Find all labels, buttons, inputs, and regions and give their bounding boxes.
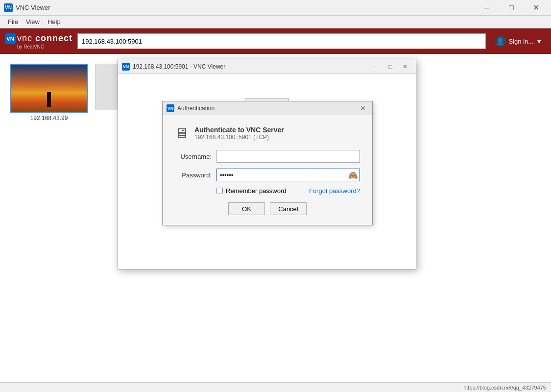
thumbnail-image-1 [10,64,88,113]
vnc-outer-body: VN Authentication ✕ 🖥 Authenticate to VN… [118,74,416,122]
window-controls: – □ ✕ [476,0,547,16]
status-url: https://blog.csdn.net/qq_43279475 [463,385,546,391]
toggle-password-button[interactable]: 🙈 [348,171,358,180]
window-title: VNC Viewer [16,4,476,11]
toolbar: VN vnc connect by RealVNC 👤 Sign in... ▼ [0,28,551,54]
thumbnail-item[interactable]: 192.168.43.99 [10,64,88,122]
signin-label: Sign in... [509,38,534,45]
title-bar: VN VNC Viewer – □ ✕ [0,0,551,16]
vnc-outer-titlebar: VN 192.168.43.100:5901 - VNC Viewer – □ … [118,59,416,74]
remember-left: Remember password [216,187,287,195]
remember-label: Remember password [226,187,287,195]
vnc-outer-icon: VN [122,63,130,71]
status-bar: https://blog.csdn.net/qq_43279475 [0,382,551,392]
vnc-outer-title: 192.168.43.100:5901 - VNC Viewer [133,63,366,70]
maximize-button[interactable]: □ [500,0,523,16]
vnc-by-text: by RealVNC [17,44,44,49]
vnc-outer-minimize[interactable]: – [369,61,383,72]
forgot-password-link[interactable]: Forgot password? [309,187,360,195]
signin-dropdown-icon: ▼ [536,38,542,45]
auth-title: Authentication [177,105,355,112]
monitor-icon: 🖥 [175,125,189,141]
app-icon: VN [4,3,13,12]
auth-icon: VN [167,104,174,112]
remember-checkbox[interactable] [216,188,223,194]
auth-dialog: VN Authentication ✕ 🖥 Authenticate to VN… [162,101,373,225]
menu-view[interactable]: View [22,17,44,26]
user-icon: 👤 [495,35,506,47]
sunset-scene [11,65,87,112]
remember-row: Remember password Forgot password? [175,187,360,195]
auth-titlebar: VN Authentication ✕ [163,101,372,115]
auth-title-text: Authenticate to VNC Server 192.168.43.10… [194,126,284,141]
vnc-outer-close[interactable]: ✕ [398,61,412,72]
password-row: Password: 🙈 [175,169,360,181]
menu-bar: File View Help [0,16,551,28]
username-input[interactable] [216,150,360,163]
username-label: Username: [175,153,212,160]
auth-header-subtitle: 192.168.43.100::5901 (TCP) [194,134,284,141]
auth-header-title: Authenticate to VNC Server [194,126,284,134]
auth-header: 🖥 Authenticate to VNC Server 192.168.43.… [175,125,360,141]
vnc-outer-controls: – □ ✕ [369,61,412,72]
password-label: Password: [175,172,212,179]
password-wrapper: 🙈 [216,169,360,181]
password-input[interactable] [216,169,360,181]
close-button[interactable]: ✕ [525,0,547,16]
auth-close-button[interactable]: ✕ [358,103,368,113]
auth-body: 🖥 Authenticate to VNC Server 192.168.43.… [163,115,372,225]
vnc-connect-text: vnc connect [17,33,72,44]
vnc-outer-dialog: VN 192.168.43.100:5901 - VNC Viewer – □ … [118,59,416,270]
main-content: 192.168.43.99 192.1 VN 192.168.43.100:59… [0,54,551,392]
vnc-logo-icon: VN [5,33,16,44]
temple-silhouette [47,92,51,107]
eye-slash-icon: 🙈 [348,171,358,180]
thumbnail-label-1: 192.168.43.99 [10,115,88,122]
cancel-button[interactable]: Cancel [270,202,307,215]
address-input[interactable] [77,33,486,49]
ok-button[interactable]: OK [228,202,265,215]
signin-button[interactable]: 👤 Sign in... ▼ [491,33,546,49]
menu-help[interactable]: Help [44,17,65,26]
vnc-outer-maximize[interactable]: □ [383,61,397,72]
menu-file[interactable]: File [4,17,22,26]
vnc-logo: VN vnc connect by RealVNC [5,33,72,49]
auth-buttons: OK Cancel [175,202,360,215]
minimize-button[interactable]: – [476,0,498,16]
username-row: Username: [175,150,360,163]
